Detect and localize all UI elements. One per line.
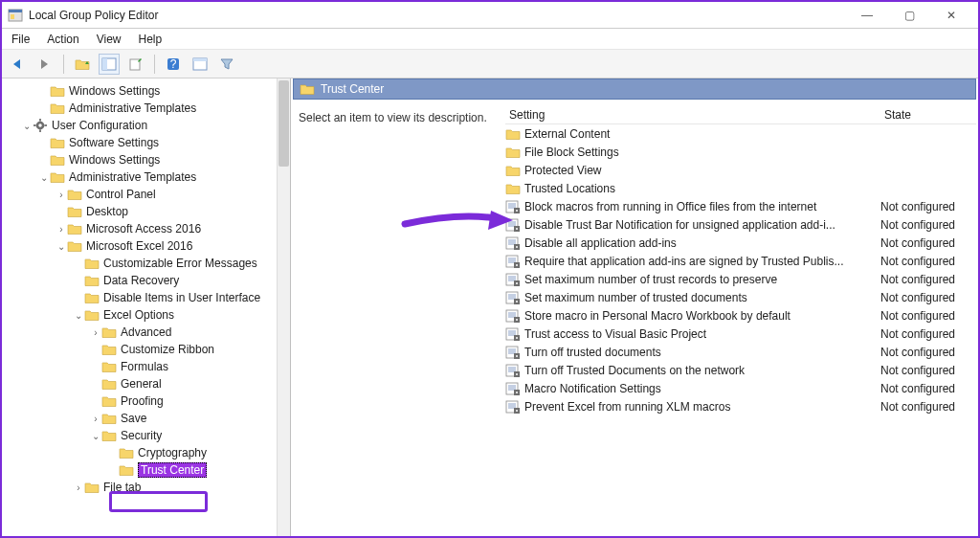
policy-icon [505, 200, 521, 213]
tree-label: Administrative Templates [69, 170, 196, 184]
policy-icon [505, 364, 521, 377]
policy-icon [505, 309, 521, 323]
list-item[interactable]: Store macro in Personal Macro Workbook b… [505, 306, 976, 325]
setting-name: Turn off Trusted Documents on the networ… [524, 364, 880, 377]
menu-view[interactable]: View [97, 33, 122, 46]
folder-icon [505, 127, 521, 141]
policy-icon [505, 218, 521, 232]
tree-node[interactable]: Desktop [4, 203, 290, 220]
list-item[interactable]: Set maximum number of trust records to p… [505, 270, 976, 288]
properties-button[interactable] [189, 54, 211, 75]
folder-icon [84, 274, 100, 287]
tree-node[interactable]: Windows Settings [4, 151, 290, 168]
list-item[interactable]: Turn off trusted documentsNot configured [505, 343, 976, 361]
list-item[interactable]: Prevent Excel from running XLM macrosNot… [505, 397, 976, 415]
export-button[interactable] [125, 54, 146, 75]
chevron-down-icon[interactable]: ⌄ [90, 431, 101, 441]
list-item[interactable]: File Block Settings [505, 143, 976, 161]
tree-scrollbar[interactable] [277, 78, 290, 536]
list-item[interactable]: Macro Notification SettingsNot configure… [505, 379, 976, 397]
forward-button[interactable] [34, 54, 56, 75]
tree-node[interactable]: ›Save [4, 410, 290, 427]
tree-node[interactable]: Cryptography [4, 444, 290, 461]
setting-name: Block macros from running in Office file… [524, 200, 880, 213]
folder-icon [300, 82, 315, 96]
tree-node[interactable]: ⌄Security [4, 427, 290, 444]
tree-pane[interactable]: Windows SettingsAdministrative Templates… [2, 78, 291, 536]
list-item[interactable]: Trust access to Visual Basic ProjectNot … [505, 325, 976, 343]
close-button[interactable]: ✕ [930, 5, 972, 26]
folder-icon [67, 239, 82, 253]
minimize-button[interactable]: — [846, 5, 888, 26]
setting-name: Protected View [524, 164, 880, 177]
menu-file[interactable]: File [11, 33, 30, 46]
list-item[interactable]: Protected View [505, 161, 976, 179]
tree-node[interactable]: Windows Settings [4, 82, 290, 100]
chevron-right-icon[interactable]: › [73, 482, 84, 493]
list-item[interactable]: Disable all application add-insNot confi… [505, 234, 976, 252]
setting-state: Not configured [880, 273, 976, 286]
list-item[interactable]: Disable Trust Bar Notification for unsig… [505, 215, 976, 234]
tree-node[interactable]: ⌄Excel Options [4, 306, 290, 324]
tree-node[interactable]: Customize Ribbon [4, 341, 290, 358]
column-state[interactable]: State [880, 105, 976, 123]
back-button[interactable] [8, 54, 29, 75]
chevron-right-icon[interactable]: › [90, 414, 101, 424]
chevron-down-icon[interactable]: ⌄ [56, 241, 67, 252]
list-item[interactable]: Trusted Locations [505, 179, 976, 197]
tree-node[interactable]: ⌄User Configuration [4, 117, 290, 134]
chevron-right-icon[interactable]: › [56, 224, 67, 235]
folder-icon [50, 136, 65, 149]
chevron-down-icon[interactable]: ⌄ [73, 310, 84, 321]
up-button[interactable] [72, 54, 93, 75]
tree-node[interactable]: Data Recovery [4, 272, 290, 289]
menu-action[interactable]: Action [47, 33, 78, 46]
folder-icon [101, 429, 117, 442]
tree-node[interactable]: ›File tab [4, 479, 290, 496]
toolbar-separator [63, 55, 64, 74]
policy-icon [505, 255, 521, 268]
tree-node[interactable]: ⌄Microsoft Excel 2016 [4, 237, 290, 255]
tree-node[interactable]: Customizable Error Messages [4, 255, 290, 272]
tree-node[interactable]: ⌄Administrative Templates [4, 168, 290, 186]
content-title: Trust Center [321, 82, 384, 96]
policy-icon [505, 327, 521, 341]
list-item[interactable]: Set maximum number of trusted documentsN… [505, 288, 976, 306]
menu-help[interactable]: Help [139, 33, 163, 46]
chevron-right-icon[interactable]: › [90, 327, 101, 338]
list-item[interactable]: Block macros from running in Office file… [505, 197, 976, 215]
chevron-right-icon[interactable]: › [56, 190, 67, 200]
chevron-down-icon[interactable]: ⌄ [38, 172, 50, 183]
column-setting[interactable]: Setting [505, 105, 880, 123]
tree-node[interactable]: Software Settings [4, 134, 290, 151]
tree-node[interactable]: General [4, 375, 290, 392]
tree-label: Data Recovery [103, 274, 179, 287]
setting-name: File Block Settings [524, 146, 880, 159]
help-button[interactable]: ? [163, 54, 184, 75]
show-tree-button[interactable] [99, 54, 120, 75]
tree-node[interactable]: ›Microsoft Access 2016 [4, 220, 290, 237]
folder-icon [505, 146, 521, 159]
svg-text:?: ? [170, 57, 177, 71]
setting-name: Require that application add-ins are sig… [524, 255, 880, 268]
tree-node[interactable]: Administrative Templates [4, 100, 290, 117]
tree-node[interactable]: Disable Items in User Interface [4, 289, 290, 306]
folder-icon [67, 205, 82, 218]
tree-node[interactable]: ›Control Panel [4, 186, 290, 203]
tree-node[interactable]: Proofing [4, 392, 290, 410]
tree-node[interactable]: Formulas [4, 358, 290, 375]
list-item[interactable]: External Content [505, 124, 976, 143]
list-item[interactable]: Turn off Trusted Documents on the networ… [505, 361, 976, 379]
tree-scrollbar-thumb[interactable] [278, 80, 289, 167]
policy-icon [505, 346, 521, 359]
setting-state: Not configured [880, 346, 976, 359]
list-item[interactable]: Require that application add-ins are sig… [505, 252, 976, 270]
filter-button[interactable] [216, 54, 237, 75]
chevron-down-icon[interactable]: ⌄ [21, 121, 33, 131]
tree-node[interactable]: ›Advanced [4, 324, 290, 341]
maximize-button[interactable]: ▢ [888, 5, 930, 26]
policy-icon [505, 273, 521, 286]
column-headers: Setting State [505, 105, 976, 124]
tree-node[interactable]: Trust Center [4, 461, 290, 479]
svg-rect-21 [193, 58, 207, 61]
